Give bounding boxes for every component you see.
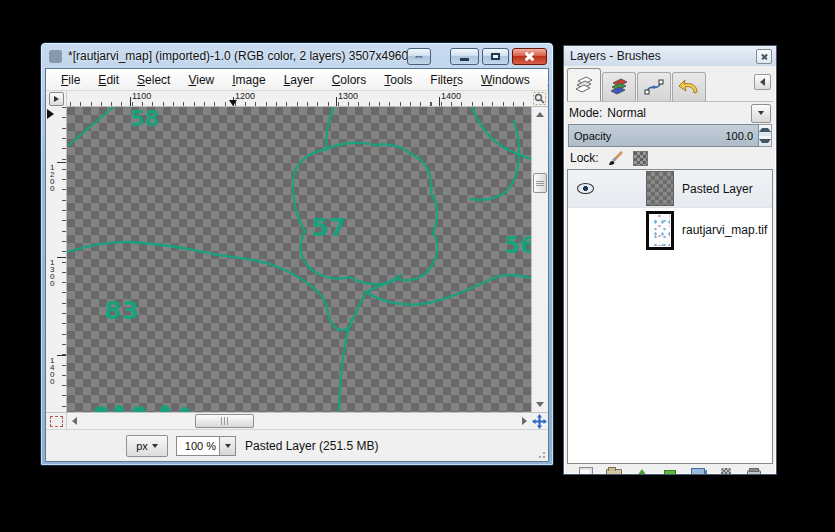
layer-name[interactable]: rautjarvi_map.tif (682, 223, 767, 237)
menu-select[interactable]: Select (128, 71, 179, 89)
contour-elevation-label: 83 (104, 296, 139, 325)
contour-lines-layer: 58575683 (67, 107, 531, 412)
opacity-spinner[interactable] (759, 124, 772, 147)
menu-help[interactable]: Help (539, 71, 549, 89)
menu-layer[interactable]: Layer (275, 71, 323, 89)
spin-up-button[interactable] (759, 125, 771, 136)
maximize-button[interactable] (482, 48, 509, 65)
ruler-label: 1300 (338, 91, 358, 101)
duplicate-layer-button[interactable] (689, 467, 707, 475)
contour-line (471, 121, 519, 200)
eye-icon[interactable] (577, 183, 594, 194)
scroll-right-button[interactable] (517, 413, 531, 429)
menu-windows[interactable]: Windows (472, 71, 539, 89)
lower-layer-button[interactable] (661, 467, 679, 475)
menu-view[interactable]: View (179, 71, 223, 89)
menu-edit[interactable]: Edit (89, 71, 128, 89)
image-menu-button[interactable] (49, 92, 64, 106)
zoom-dropdown-button[interactable] (220, 436, 236, 456)
horizontal-scrollbar-thumb[interactable] (195, 414, 254, 428)
ruler-tick (57, 257, 66, 258)
lock-pixels-brush-icon[interactable] (607, 150, 625, 166)
navigation-preview-button[interactable] (531, 413, 548, 429)
layer-name[interactable]: Pasted Layer (682, 182, 753, 196)
unit-dropdown[interactable]: px (126, 435, 168, 457)
vertical-scrollbar[interactable] (531, 107, 548, 412)
tab-paths[interactable] (637, 72, 671, 101)
mode-label: Mode: (569, 106, 602, 120)
visibility-cell[interactable] (568, 183, 602, 194)
zoom-value[interactable]: 100 % (176, 436, 220, 456)
layer-row[interactable]: Pasted Layer (568, 170, 772, 208)
close-icon (761, 53, 768, 60)
menu-file[interactable]: File (52, 71, 89, 89)
duplicate-layer-icon (691, 468, 705, 475)
new-group-button[interactable] (605, 467, 623, 475)
new-layer-button[interactable] (577, 467, 595, 475)
menu-filters[interactable]: Filters (421, 71, 472, 89)
layers-dock-window: Layers - Brushes (563, 45, 777, 475)
spin-down-button[interactable] (759, 136, 771, 147)
ruler-label: 1400 (50, 357, 58, 385)
unit-value: px (136, 440, 148, 452)
lower-layer-icon (664, 470, 676, 475)
arrow-down-icon (759, 139, 771, 143)
tab-layers[interactable] (567, 68, 601, 101)
vertical-ruler[interactable]: 120013001400 (46, 107, 67, 412)
chevron-down-icon (758, 111, 764, 115)
layer-thumbnail[interactable] (646, 171, 674, 206)
lock-label: Lock: (570, 151, 599, 165)
menu-image[interactable]: Image (223, 71, 274, 89)
zoom-follow-window-toggle[interactable] (531, 91, 548, 107)
zoom-control[interactable]: 100 % (176, 436, 236, 456)
contour-line (339, 327, 349, 412)
title-bar[interactable]: *[rautjarvi_map] (imported)-1.0 (RGB col… (45, 43, 549, 68)
tab-channels[interactable] (602, 72, 636, 101)
ruler-label: 1200 (50, 164, 58, 192)
layers-dock-title: Layers - Brushes (570, 49, 661, 63)
layer-list: Pasted Layerrautjarvi_map.tif (567, 169, 773, 464)
lock-alpha-icon[interactable] (633, 151, 648, 166)
layers-dock-titlebar[interactable]: Layers - Brushes (564, 46, 776, 66)
contour-elevation-label: 58 (130, 107, 159, 131)
menu-tools[interactable]: Tools (375, 71, 421, 89)
navigation-cross-icon (532, 414, 547, 429)
horizontal-scrollbar[interactable] (67, 413, 531, 429)
tab-menu-button[interactable] (754, 74, 771, 90)
window-resize-grip[interactable] (536, 449, 546, 459)
layer-thumbnail[interactable] (646, 211, 674, 250)
chevron-down-icon (152, 444, 158, 448)
status-bar: px 100 % Pasted Layer (251.5 MB) (46, 429, 548, 461)
tab-undo-history[interactable] (672, 72, 706, 101)
scroll-down-button[interactable] (532, 397, 548, 412)
desktop-background: { "page": { "background": "#000000" }, "… (0, 0, 835, 532)
menu-colors[interactable]: Colors (323, 71, 376, 89)
ruler-tick (130, 97, 131, 106)
contour-bottom-fragments (94, 405, 190, 412)
anchor-layer-button[interactable] (717, 467, 735, 475)
scroll-left-button[interactable] (67, 413, 81, 429)
mode-value[interactable]: Normal (607, 106, 646, 120)
opacity-slider[interactable]: Opacity 100.0 (568, 124, 759, 147)
layers-dock-close-button[interactable] (756, 49, 772, 64)
image-canvas[interactable]: 58575683 (67, 107, 531, 412)
scroll-up-button[interactable] (532, 107, 548, 122)
contour-line (366, 275, 531, 305)
close-button[interactable] (512, 48, 547, 65)
quick-mask-toggle[interactable] (46, 413, 67, 429)
contour-line (69, 107, 113, 145)
layer-row[interactable]: rautjarvi_map.tif (568, 208, 772, 252)
ruler-label: 1200 (235, 91, 255, 101)
gimp-image-window: *[rautjarvi_map] (imported)-1.0 (RGB col… (40, 42, 554, 466)
title-arrows-button[interactable]: ⇔ (407, 48, 431, 65)
mode-dropdown-button[interactable] (751, 104, 771, 123)
raise-layer-button[interactable] (633, 467, 651, 475)
horizontal-ruler[interactable]: 1100120013001400 (67, 91, 531, 107)
vertical-scrollbar-thumb[interactable] (533, 173, 547, 193)
menu-bar: FileEditSelectViewImageLayerColorsToolsF… (46, 69, 548, 91)
new-layer-icon (579, 467, 593, 475)
minimize-button[interactable] (450, 48, 479, 65)
ruler-corner (46, 91, 67, 107)
delete-layer-button[interactable] (745, 467, 763, 475)
contour-line (351, 292, 366, 323)
